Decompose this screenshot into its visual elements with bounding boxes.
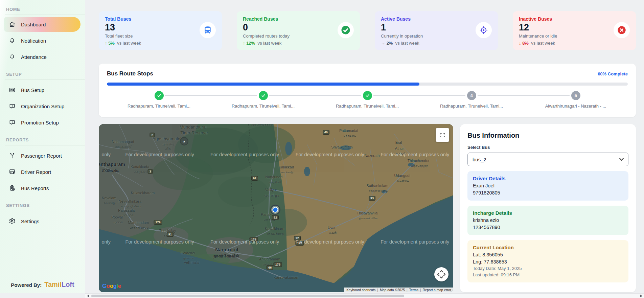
stat-delta: ↑ 5% vs last week [105,41,216,46]
check-circle-icon [338,22,354,38]
map-attribution-item[interactable]: Terms [409,288,418,292]
stop-label: Radhapuram, Tirunelveli, Tami... [128,104,190,109]
sidebar-item-settings[interactable]: Settings [0,213,85,229]
map-pan-control[interactable] [434,267,448,281]
sidebar-item-bus-setup[interactable]: Bus Setup [0,82,85,98]
map-label: சாத்தான்குளம் [369,189,388,193]
map-watermark: only [101,152,111,157]
stat-value: 1 [381,22,492,33]
scroll-right-arrow[interactable] [640,295,642,297]
stat-delta: ↑ 12% vs last week [243,41,354,46]
map-label: மலை [165,147,171,151]
stat-subtitle: Completed routes today [243,33,354,39]
horizontal-scrollbar[interactable] [85,293,644,298]
sidebar-item-label: Passenger Report [21,153,62,159]
map-label: Kattakkada [131,165,149,169]
sidebar-item-organization-setup[interactable]: Organization Setup [0,98,85,114]
google-logo[interactable]: Google [102,283,121,290]
panel-title: Bus Information [467,132,628,139]
map-watermark: For development purposes only [381,239,449,245]
sidebar-item-label: Driver Report [21,169,51,175]
map-label: Athur [395,146,404,151]
map-label: களக்காடு [281,170,293,174]
map-label: அம்பாசமுத்திரம் [251,124,272,127]
map-attribution-item[interactable]: Keyboard shortcuts [346,288,375,292]
map-watermark: For development purposes only [296,239,364,245]
map-watermark: For development purposes only [125,239,194,245]
scrollbar-thumb[interactable] [91,295,404,297]
sidebar-item-label: Organization Setup [21,104,64,109]
map-label: Kovalam [102,196,116,200]
map-fullscreen-button[interactable] [436,128,449,142]
bell-icon [9,53,16,60]
location-updated: Last updated: 09:16 PM [473,272,623,277]
stat-card-inactive-buses: Inactive Buses 12 Maintenance or idle ↓ … [513,11,636,50]
sidebar-item-passenger-report[interactable]: Passenger Report [0,147,85,164]
sidebar-section-settings: SETTINGS [0,200,85,211]
map-label: வள்ளியூர் [264,193,279,198]
sidebar-item-label: Settings [21,219,39,224]
current-location-card: Current Location Lat: 8.356055 Lng: 77.6… [467,240,628,282]
route-shield: 92 [251,176,258,181]
sidebar-item-notification[interactable]: Notification [0,32,85,49]
sidebar-item-driver-report[interactable]: Driver Report [0,164,85,180]
message-alert-icon [9,103,16,110]
route-shield: 179 [274,262,282,267]
select-bus-label: Select Bus [467,145,628,150]
stat-title: Total Buses [105,16,216,22]
sidebar-item-bus-reports[interactable]: Bus Reports [0,180,85,196]
map-label: Nagercoil [215,247,238,252]
map-label: உவரி [329,231,336,235]
driver-phone: 9791820805 [473,190,623,196]
map-label: Neyyattinkara [119,199,141,203]
map-label: குளச்சல் [183,256,194,260]
bus-select[interactable]: bus_2 [467,153,628,166]
incharge-details-title: Incharge Details [473,210,623,216]
scroll-left-arrow[interactable] [87,295,89,297]
map-label: കോവളം [104,201,116,205]
map-attribution-item: Map data ©2025 [380,288,405,292]
route-stop: Radhapuram, Tirunelveli, Tami... [211,91,315,109]
map-label: Pattamadai [339,129,358,133]
map-label: Nedumangad [112,140,134,144]
stop-label: Radhapuram, Tirunelveli, Tami... [440,104,503,109]
map-label: Eral [395,140,402,144]
map-watermark: For development purposes only [296,152,364,157]
map-label: Thiruchendur [408,159,430,163]
driver-details-title: Driver Details [473,176,623,181]
map-label: திருச்செந்தூர் [411,164,428,168]
location-lat: Lat: 8.356055 [473,252,623,257]
route-stops-title: Bus Route Stops [107,70,153,77]
map-label: அகத்தியர் [161,142,175,146]
sidebar-item-promotion-setup[interactable]: Promotion Setup [0,114,85,131]
map-label: anthapuram [99,162,125,167]
clipboard-clock-icon [9,185,16,191]
map-label: നെടുമങ്ങാട് [115,145,131,149]
map-label: Anjugramam [259,257,280,261]
route-stop: 4 Radhapuram, Tirunelveli, Tami... [419,91,524,109]
route-stop: Radhapuram, Tirunelveli, Tami... [107,91,211,109]
powered-by-prefix: Powered By: [11,282,42,288]
map-watermark: For development purposes only [210,152,279,157]
brand-first: Tamil [44,281,62,288]
route-completion-label: 60% Complete [598,71,628,76]
stat-cards-row: Total Buses 13 Total fleet size ↑ 5% vs … [99,11,636,50]
sidebar-item-label: Attendance [21,54,47,60]
stat-card-active-buses: Active Buses 1 Currently in operation → … [375,11,498,50]
sidebar-item-attendance[interactable]: Attendance [0,49,85,65]
route-shield: 92 [272,215,279,220]
sidebar-item-dashboard[interactable]: Dashboard [4,17,80,32]
route-shield: 2 [150,133,155,137]
stat-value: 0 [243,22,354,33]
stat-delta: ↓ 8% vs last week [519,41,630,46]
map-attribution-item[interactable]: Report a map error [423,288,451,292]
home-icon [9,21,16,28]
brand-logo: TamilLoft [44,281,74,289]
sidebar-item-label: Promotion Setup [21,120,59,125]
map-label: Nazerath [365,154,380,158]
map-label: காவல்கிணறு [267,232,284,236]
map-canvas[interactable]: அம்பாசமுத்திரம்MundanthuraiTiger Reserve… [99,124,453,292]
stat-subtitle: Total fleet size [105,33,216,39]
stop-label: Radhapuram, Tirunelveli, Tami... [232,104,295,109]
stat-title: Inactive Buses [519,16,630,22]
